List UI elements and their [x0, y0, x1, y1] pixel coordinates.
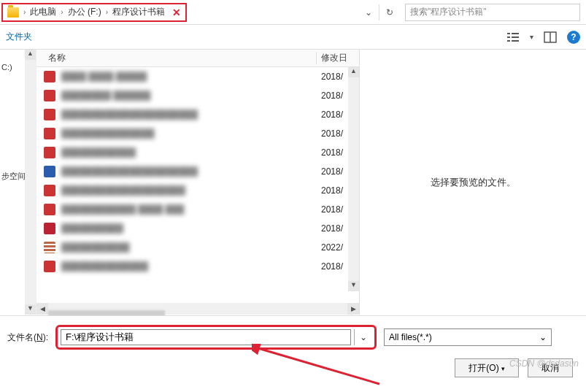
pdf-icon [44, 109, 55, 120]
chevron-right-icon: › [61, 8, 63, 16]
svg-rect-2 [507, 40, 510, 42]
file-row[interactable]: ████████████ ████ ███2018/ [36, 200, 359, 219]
scroll-thumb[interactable] [25, 60, 36, 304]
view-dropdown-icon[interactable]: ▾ [530, 33, 533, 41]
pdf-icon [44, 90, 55, 101]
list-body: ████ ████ █████2018/ ████████ ██████2018… [36, 67, 359, 303]
file-list: 名称 修改日 ████ ████ █████2018/ ████████ ███… [36, 50, 360, 315]
bottom-bar: 文件名(N): ⌄ All files(*.*) ⌄ 打开(O) ▾ 取消 CS… [0, 315, 586, 392]
chevron-right-icon: › [106, 8, 108, 16]
refresh-button[interactable]: ↻ [379, 4, 399, 20]
search-placeholder: 搜索"程序设计书籍" [410, 6, 487, 18]
column-date[interactable]: 修改日 [317, 52, 359, 64]
folder-icon [7, 7, 19, 18]
breadcrumb-item-0[interactable]: 此电脑 [30, 6, 56, 18]
file-row[interactable]: ████████████2018/ [36, 143, 359, 162]
view-details-icon[interactable] [506, 31, 520, 43]
archive-icon [44, 223, 55, 234]
pdf-icon [44, 261, 55, 272]
pdf-icon [44, 147, 55, 158]
breadcrumb-item-1[interactable]: 办公 (F:) [68, 6, 101, 18]
search-input[interactable]: 搜索"程序设计书籍" [405, 4, 580, 21]
file-row[interactable]: ██████████████████████2018/ [36, 162, 359, 181]
address-dropdown-button[interactable]: ⌄ [358, 7, 379, 18]
breadcrumb-item-2[interactable]: 程序设计书籍 [112, 6, 165, 18]
list-hscrollbar[interactable]: ◀ ▶ [36, 303, 359, 315]
close-icon[interactable]: ✕ [172, 7, 181, 18]
sidebar-scrollbar[interactable]: ▲ ▼ [25, 50, 36, 315]
file-row[interactable]: ████ ████ █████2018/ [36, 67, 359, 86]
filename-input[interactable] [61, 329, 351, 345]
file-row[interactable]: ███████████████2018/ [36, 124, 359, 143]
list-vscrollbar[interactable]: ▲ ▼ [348, 67, 359, 291]
scroll-right-icon[interactable]: ▶ [347, 303, 359, 315]
address-bar: › 此电脑 › 办公 (F:) › 程序设计书籍 ✕ ⌄ ↻ 搜索"程序设计书籍… [0, 0, 586, 25]
watermark: CSDN @dsdasun [509, 358, 579, 369]
chevron-right-icon: › [23, 8, 26, 16]
file-row[interactable]: ████████████████████2018/ [36, 181, 359, 200]
preview-pane-icon[interactable] [544, 31, 557, 43]
new-folder-button[interactable]: 文件夹 [6, 31, 32, 43]
column-name[interactable]: 名称 [36, 52, 317, 64]
toolbar: 文件夹 ▾ ? [0, 25, 586, 50]
file-row[interactable]: ██████████2018/ [36, 219, 359, 238]
svg-rect-5 [512, 40, 519, 42]
file-row[interactable]: ██████████████████████2018/ [36, 105, 359, 124]
filename-highlight: ⌄ [55, 325, 377, 350]
scroll-down-icon[interactable]: ▼ [348, 281, 359, 291]
file-row[interactable]: ███████████2022/ [36, 238, 359, 257]
toolbar-right: ▾ ? [506, 31, 580, 44]
pdf-icon [44, 185, 55, 196]
filename-dropdown-button[interactable]: ⌄ [354, 329, 371, 345]
file-row[interactable]: ████████ ██████2018/ [36, 86, 359, 105]
scroll-down-icon[interactable]: ▼ [25, 304, 36, 315]
breadcrumb-highlight: › 此电脑 › 办公 (F:) › 程序设计书籍 ✕ [1, 3, 187, 22]
chevron-down-icon: ⌄ [539, 332, 547, 342]
sidebar: C:) 步空间 ▲ ▼ [0, 50, 36, 315]
help-icon[interactable]: ? [567, 31, 580, 44]
main-area: C:) 步空间 ▲ ▼ 名称 修改日 ████ ████ █████2018/ … [0, 50, 586, 315]
svg-rect-1 [507, 36, 510, 38]
scroll-up-icon[interactable]: ▲ [25, 50, 36, 60]
chevron-down-icon: ▾ [501, 365, 505, 372]
scroll-left-icon[interactable]: ◀ [36, 303, 48, 315]
filetype-filter[interactable]: All files(*.*) ⌄ [384, 328, 552, 346]
svg-rect-3 [512, 33, 519, 34]
doc-icon [44, 166, 55, 177]
preview-empty-text: 选择要预览的文件。 [431, 176, 516, 189]
pdf-icon [44, 128, 55, 139]
scroll-up-icon[interactable]: ▲ [348, 67, 359, 77]
preview-pane: 选择要预览的文件。 [360, 50, 586, 315]
archive-icon [44, 242, 55, 253]
svg-rect-0 [507, 33, 510, 34]
svg-rect-4 [512, 36, 519, 38]
scroll-thumb[interactable] [348, 77, 359, 281]
pdf-icon [44, 71, 55, 82]
file-row[interactable]: ██████████████2018/ [36, 257, 359, 276]
pdf-icon [44, 204, 55, 215]
filter-label: All files(*.*) [389, 332, 432, 342]
list-header: 名称 修改日 [36, 50, 359, 67]
filename-label: 文件名(N): [7, 331, 48, 344]
